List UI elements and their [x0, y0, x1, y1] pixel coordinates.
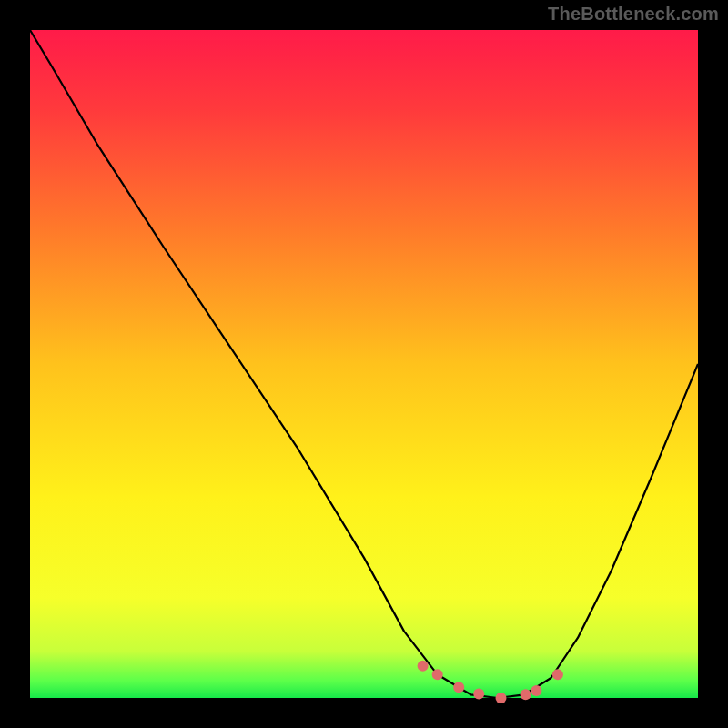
marker-dot [418, 661, 429, 672]
marker-dot [531, 685, 541, 696]
marker-dot [552, 669, 563, 680]
watermark-text: TheBottleneck.com [548, 4, 719, 25]
bottleneck-chart [0, 0, 728, 728]
marker-dot [473, 689, 484, 700]
marker-dot [496, 693, 507, 703]
marker-dot [432, 669, 443, 680]
chart-frame: { "watermark": "TheBottleneck.com", "plo… [0, 0, 728, 728]
marker-dot [453, 682, 464, 693]
marker-dot [521, 689, 531, 700]
